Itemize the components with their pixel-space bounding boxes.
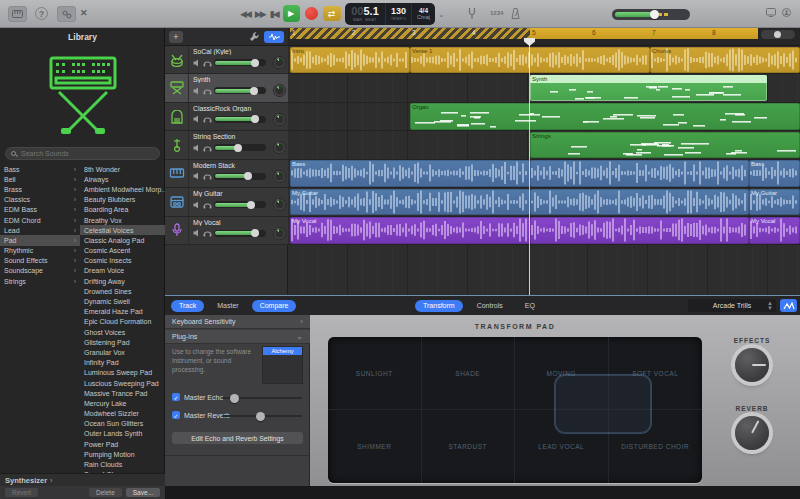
library-patch-breathy-vox[interactable]: Breathy Vox — [80, 215, 165, 225]
smart-controls-button[interactable] — [249, 31, 260, 42]
library-patch-ambient-modwheel-morp[interactable]: Ambient Modwheel Morp… — [80, 184, 165, 194]
library-patch-ocean-sun-glitters[interactable]: Ocean Sun Glitters — [80, 419, 165, 429]
pan-knob[interactable] — [274, 228, 285, 239]
library-patch-dream-voice[interactable]: Dream Voice — [80, 266, 165, 276]
region-chorus[interactable]: Chorus — [650, 47, 800, 74]
library-patch-drowned-sines[interactable]: Drowned Sines — [80, 286, 165, 296]
track-header-socal-kyle[interactable]: SoCal (Kyle) — [165, 46, 288, 74]
headphones-icon[interactable] — [203, 144, 212, 152]
instrument-row[interactable]: Synthesizer › — [0, 473, 165, 486]
library-category-lead[interactable]: Lead› — [0, 225, 80, 235]
compare-button[interactable]: Compare — [252, 300, 297, 312]
track-volume-slider[interactable] — [214, 87, 266, 94]
region-bass[interactable]: Bass — [290, 160, 530, 187]
library-patch-boarding-area[interactable]: Boarding Area — [80, 205, 165, 215]
headphones-icon[interactable] — [203, 115, 212, 123]
mute-icon[interactable] — [193, 115, 201, 123]
headphones-icon[interactable] — [203, 172, 212, 180]
lcd-chevron-icon[interactable]: ⌄ — [438, 10, 445, 19]
library-patch-cosmic-ascent[interactable]: Cosmic Ascent — [80, 246, 165, 256]
library-patch-luscious-sweeping-pad[interactable]: Luscious Sweeping Pad — [80, 378, 165, 388]
master-volume-slider[interactable] — [612, 9, 690, 20]
cycle-region-active[interactable] — [530, 28, 758, 39]
master-tab[interactable]: Master — [209, 300, 246, 312]
save-button[interactable]: Save... — [126, 488, 160, 497]
library-category-pad[interactable]: Pad› — [0, 235, 80, 245]
library-patch-drifting-away[interactable]: Drifting Away — [80, 276, 165, 286]
keyboard-sensitivity-row[interactable]: Keyboard Sensitivity › — [165, 315, 310, 329]
display-mode-button[interactable] — [766, 8, 776, 17]
track-volume-slider[interactable] — [214, 144, 266, 151]
play-button[interactable]: ▶ — [283, 5, 300, 22]
pad-cell-stardust[interactable]: STARDUST — [422, 410, 516, 483]
volume-knob[interactable] — [251, 115, 259, 123]
region-verse-1[interactable]: Verse 1 — [410, 47, 650, 74]
library-patch-celestial-voices[interactable]: Celestial Voices — [80, 225, 165, 235]
tab-eq[interactable]: EQ — [517, 300, 543, 312]
effects-knob[interactable] — [735, 348, 769, 382]
pan-knob[interactable] — [274, 199, 285, 210]
library-category-bell[interactable]: Bell› — [0, 174, 80, 184]
zoom-slider-knob[interactable] — [774, 31, 781, 38]
track-volume-slider[interactable] — [214, 201, 266, 208]
track-header-classicrock-organ[interactable]: ClassicRock Organ — [165, 103, 288, 131]
master-echo-checkbox[interactable]: ✓ — [172, 393, 180, 401]
quick-help-button[interactable]: ? — [35, 7, 48, 20]
volume-knob[interactable] — [244, 172, 252, 180]
pan-knob[interactable] — [274, 114, 285, 125]
reverb-slider-knob[interactable] — [256, 412, 265, 421]
track-zoom-toggle[interactable] — [264, 31, 284, 43]
track-tab[interactable]: Track — [171, 300, 204, 312]
library-category-brass[interactable]: Brass› — [0, 184, 80, 194]
library-patch-modwheel-sizzler[interactable]: Modwheel Sizzler — [80, 409, 165, 419]
headphones-icon[interactable] — [203, 87, 212, 95]
revert-button[interactable]: Revert — [5, 488, 38, 497]
library-category-edm-chord[interactable]: EDM Chord› — [0, 215, 80, 225]
library-category-bass[interactable]: Bass› — [0, 164, 80, 174]
region-4-1[interactable] — [530, 160, 749, 187]
track-volume-slider[interactable] — [214, 59, 266, 66]
go-to-beginning-button[interactable]: ▮◀ — [270, 9, 278, 19]
pad-cell-shade[interactable]: SHADE — [422, 337, 516, 410]
region-my-guitar[interactable]: My Guitar — [749, 189, 800, 216]
library-patch-8th-wonder[interactable]: 8th Wonder — [80, 164, 165, 174]
pad-cell-shimmer[interactable]: SHIMMER — [328, 410, 422, 483]
volume-knob[interactable] — [650, 10, 659, 19]
library-patch-power-pad[interactable]: Power Pad — [80, 439, 165, 449]
pan-knob[interactable] — [274, 142, 285, 153]
pan-knob[interactable] — [274, 171, 285, 182]
library-patch-glistening-pad[interactable]: Glistening Pad — [80, 337, 165, 347]
library-category-edm-bass[interactable]: EDM Bass› — [0, 205, 80, 215]
search-input[interactable] — [19, 149, 149, 158]
master-echo-slider[interactable] — [222, 397, 302, 399]
cycle-region-inactive[interactable] — [290, 28, 530, 39]
library-patch-outer-lands-synth[interactable]: Outer Lands Synth — [80, 429, 165, 439]
controls-button[interactable] — [57, 6, 76, 22]
library-patch-dynamic-swell[interactable]: Dynamic Swell — [80, 296, 165, 306]
tab-controls[interactable]: Controls — [469, 300, 511, 312]
library-category-sound-effects[interactable]: Sound Effects› — [0, 256, 80, 266]
tuner-button[interactable] — [468, 8, 476, 19]
track-volume-slider[interactable] — [214, 173, 266, 180]
zoom-slider[interactable] — [761, 30, 795, 39]
library-patch-rain-clouds[interactable]: Rain Clouds — [80, 459, 165, 469]
mute-icon[interactable] — [193, 201, 201, 209]
track-header-modern-stack[interactable]: Modern Stack — [165, 160, 288, 188]
region-bass[interactable]: Bass — [749, 160, 800, 187]
metronome-button[interactable] — [511, 8, 520, 19]
track-volume-slider[interactable] — [214, 116, 266, 123]
rewind-button[interactable]: ◀◀ — [240, 9, 250, 19]
library-patch-epic-cloud-formation[interactable]: Epic Cloud Formation — [80, 317, 165, 327]
headphones-icon[interactable] — [203, 59, 212, 67]
track-header-string-section[interactable]: String Section — [165, 131, 288, 159]
library-patch-granular-vox[interactable]: Granular Vox — [80, 347, 165, 357]
region-6-1[interactable] — [530, 217, 749, 244]
smart-controls-toggle[interactable] — [780, 299, 797, 312]
delete-button[interactable]: Delete — [89, 488, 122, 497]
close-icon[interactable]: ✕ — [80, 9, 88, 18]
library-patch-massive-trance-pad[interactable]: Massive Trance Pad — [80, 388, 165, 398]
library-category-soundscape[interactable]: Soundscape› — [0, 266, 80, 276]
volume-knob[interactable] — [251, 59, 259, 67]
track-header-synth[interactable]: Synth — [165, 74, 288, 102]
library-patch-pumping-motion[interactable]: Pumping Motion — [80, 449, 165, 459]
